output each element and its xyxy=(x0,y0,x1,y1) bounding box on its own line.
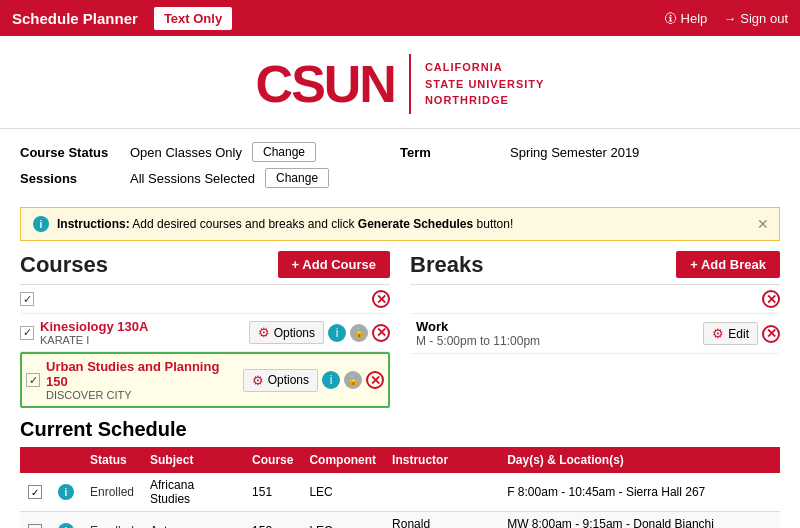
course-actions-kinesiology: ⚙ Options i 🔒 ✕ xyxy=(249,321,390,344)
kinesiology-remove-button[interactable]: ✕ xyxy=(372,324,390,342)
urban-studies-lock-button[interactable]: 🔒 xyxy=(344,371,362,389)
sign-out-link[interactable]: → Sign out xyxy=(723,11,788,26)
row-course-0: 151 xyxy=(244,473,301,512)
course-row-empty: ✕ xyxy=(20,285,390,314)
instructions-banner: i Instructions: Add desired courses and … xyxy=(20,207,780,241)
kinesiology-info-button[interactable]: i xyxy=(328,324,346,342)
breaks-header: Breaks + Add Break xyxy=(410,251,780,278)
course-status-value: Open Classes Only xyxy=(130,145,242,160)
col-subject: Subject xyxy=(142,447,244,473)
gear-icon-work: ⚙ xyxy=(712,326,724,341)
term-row: Term Spring Semester 2019 xyxy=(400,139,780,165)
main-content: Courses + Add Course ✕ Kinesiology 130A … xyxy=(0,251,800,408)
term-label: Term xyxy=(400,145,510,160)
csun-full-name: CALIFORNIA STATE UNIVERSITY NORTHRIDGE xyxy=(425,59,545,109)
sessions-row: Sessions All Sessions Selected Change xyxy=(20,165,400,191)
course-checkbox-urban-studies[interactable] xyxy=(26,373,40,387)
remove-break-empty-button[interactable]: ✕ xyxy=(762,290,780,308)
course-sub-kinesiology: KARATE I xyxy=(40,334,243,346)
instructions-close-button[interactable]: ✕ xyxy=(757,216,769,232)
course-checkbox-empty[interactable] xyxy=(20,292,34,306)
break-row-work: Work M - 5:00pm to 11:00pm ⚙ Edit ✕ xyxy=(410,314,780,354)
course-name-urban-studies: Urban Studies and Planning 150 xyxy=(46,359,237,389)
instructions-text: Instructions: Add desired courses and br… xyxy=(57,217,513,231)
row-days-1: MW 8:00am - 9:15am - Donald Bianchi Plan… xyxy=(499,512,780,529)
schedule-table-header-row: Status Subject Course Component Instruct… xyxy=(20,447,780,473)
sessions-value: All Sessions Selected xyxy=(130,171,255,186)
kinesiology-lock-button[interactable]: 🔒 xyxy=(350,324,368,342)
kinesiology-options-button[interactable]: ⚙ Options xyxy=(249,321,324,344)
row-check-1[interactable] xyxy=(20,512,50,529)
schedule-section: Current Schedule Status Subject Course C… xyxy=(0,408,800,528)
add-course-button[interactable]: + Add Course xyxy=(278,251,390,278)
row-checkbox-1[interactable] xyxy=(28,524,42,528)
schedule-table: Status Subject Course Component Instruct… xyxy=(20,447,780,528)
col-instructor: Instructor xyxy=(384,447,499,473)
row-status-0: Enrolled xyxy=(82,473,142,512)
info-section: Course Status Open Classes Only Change T… xyxy=(0,129,800,199)
course-info-kinesiology: Kinesiology 130A KARATE I xyxy=(40,319,243,346)
col-check xyxy=(20,447,50,473)
course-row-kinesiology: Kinesiology 130A KARATE I ⚙ Options i 🔒 … xyxy=(20,314,390,352)
add-break-button[interactable]: + Add Break xyxy=(676,251,780,278)
course-status-label: Course Status xyxy=(20,145,130,160)
work-edit-button[interactable]: ⚙ Edit xyxy=(703,322,758,345)
text-only-button[interactable]: Text Only xyxy=(154,7,232,30)
row-info-button-1[interactable]: i xyxy=(58,523,74,528)
term-value: Spring Semester 2019 xyxy=(510,145,639,160)
urban-studies-remove-button[interactable]: ✕ xyxy=(366,371,384,389)
row-days-0: F 8:00am - 10:45am - Sierra Hall 267 xyxy=(499,473,780,512)
row-subject-0: Africana Studies xyxy=(142,473,244,512)
break-info-work: Work M - 5:00pm to 11:00pm xyxy=(416,319,697,348)
schedule-title: Current Schedule xyxy=(20,418,780,441)
course-status-change-button[interactable]: Change xyxy=(252,142,316,162)
row-check-0[interactable] xyxy=(20,473,50,512)
remove-course-empty-button[interactable]: ✕ xyxy=(372,290,390,308)
app-title: Schedule Planner xyxy=(12,10,138,27)
top-navigation: Schedule Planner Text Only 🛈 Help → Sign… xyxy=(0,0,800,36)
row-status-1: Enrolled xyxy=(82,512,142,529)
term-spacer xyxy=(400,165,780,191)
row-component-0: LEC xyxy=(301,473,384,512)
col-component: Component xyxy=(301,447,384,473)
course-status-row: Course Status Open Classes Only Change xyxy=(20,139,400,165)
breaks-list: ✕ Work M - 5:00pm to 11:00pm ⚙ Edit ✕ xyxy=(410,284,780,354)
course-info-urban-studies: Urban Studies and Planning 150 DISCOVER … xyxy=(46,359,237,401)
csun-wordmark: CSUN xyxy=(256,58,395,110)
row-component-1: LEC xyxy=(301,512,384,529)
col-info xyxy=(50,447,82,473)
gear-icon: ⚙ xyxy=(258,325,270,340)
help-icon: 🛈 xyxy=(664,11,677,26)
sessions-change-button[interactable]: Change xyxy=(265,168,329,188)
row-checkbox-0[interactable] xyxy=(28,485,42,499)
schedule-row: i Enrolled Africana Studies 151 LEC F 8:… xyxy=(20,473,780,512)
course-actions-urban-studies: ⚙ Options i 🔒 ✕ xyxy=(243,369,384,392)
sessions-label: Sessions xyxy=(20,171,130,186)
row-instructor-0 xyxy=(384,473,499,512)
row-info-button-0[interactable]: i xyxy=(58,484,74,500)
row-subject-1: Astronomy xyxy=(142,512,244,529)
col-status: Status xyxy=(82,447,142,473)
row-info-0[interactable]: i xyxy=(50,473,82,512)
course-name-kinesiology: Kinesiology 130A xyxy=(40,319,243,334)
row-info-1[interactable]: i xyxy=(50,512,82,529)
work-remove-button[interactable]: ✕ xyxy=(762,325,780,343)
course-checkbox-kinesiology[interactable] xyxy=(20,326,34,340)
sign-out-icon: → xyxy=(723,11,736,26)
urban-studies-options-button[interactable]: ⚙ Options xyxy=(243,369,318,392)
course-row-urban-studies: Urban Studies and Planning 150 DISCOVER … xyxy=(20,352,390,408)
course-sub-urban-studies: DISCOVER CITY xyxy=(46,389,237,401)
break-actions-work: ⚙ Edit ✕ xyxy=(703,322,780,345)
logo-divider xyxy=(409,54,411,114)
courses-title: Courses xyxy=(20,252,108,278)
row-instructor-1: Ronald Wallingford xyxy=(384,512,499,529)
help-link[interactable]: 🛈 Help xyxy=(664,11,708,26)
logo-area: CSUN CALIFORNIA STATE UNIVERSITY NORTHRI… xyxy=(0,36,800,129)
urban-studies-info-button[interactable]: i xyxy=(322,371,340,389)
courses-column: Courses + Add Course ✕ Kinesiology 130A … xyxy=(20,251,390,408)
course-list: ✕ Kinesiology 130A KARATE I ⚙ Options i … xyxy=(20,284,390,408)
break-time-work: M - 5:00pm to 11:00pm xyxy=(416,334,697,348)
instructions-icon: i xyxy=(33,216,49,232)
breaks-column: Breaks + Add Break ✕ Work M - 5:00pm to … xyxy=(410,251,780,408)
break-row-empty: ✕ xyxy=(410,285,780,314)
